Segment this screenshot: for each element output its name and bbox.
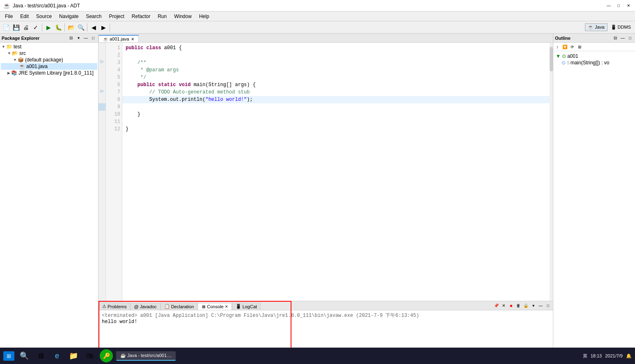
taskbar: ⊞ 🔍 🖥 e 📁 🛍 🔑 ☕ Java - test/src/a001....… xyxy=(0,348,635,364)
tree-item-default-package[interactable]: ▼ 📦 (default package) xyxy=(1,57,97,63)
print-button[interactable]: 🖨 xyxy=(21,23,30,32)
search-button[interactable]: 🔍 xyxy=(76,23,85,32)
adt-taskbar-app[interactable]: ☕ Java - test/src/a001.... xyxy=(116,351,176,361)
tab-problems[interactable]: ⚠Problems xyxy=(99,303,130,310)
menu-run[interactable]: Run xyxy=(154,13,170,20)
editor-tab-a001[interactable]: ☕ a001.java ✕ xyxy=(99,35,139,42)
outline-item-a001[interactable]: ▼ ⊙ a001 xyxy=(555,53,633,59)
sep3 xyxy=(87,23,87,32)
new-button[interactable]: 📄 xyxy=(2,23,11,32)
maximize-panel-button[interactable]: □ xyxy=(90,35,96,41)
package-explorer-tree: ▼ 📁 test ▼ 📂 src ▼ 📦 (default package) ☕… xyxy=(0,43,98,354)
view-options-button[interactable]: ▾ xyxy=(530,302,536,309)
minimize-button[interactable]: — xyxy=(605,2,612,9)
outline-collapse-button[interactable]: ⊟ xyxy=(612,35,619,41)
line-numbers: 1 2 3 4 5 6 7 8 9 10 11 12 xyxy=(106,43,122,301)
editor-tabs: ☕ a001.java ✕ xyxy=(99,34,553,43)
prev-button[interactable]: ◀ xyxy=(89,23,98,32)
outline-class-label: a001 xyxy=(567,53,578,59)
sep4 xyxy=(110,23,110,32)
window-title: Java - test/src/a001.java - ADT xyxy=(13,3,80,9)
package-explorer-title: Package Explorer xyxy=(2,36,39,41)
code-editor[interactable]: public class a001 { /** * @param args */… xyxy=(122,43,553,301)
editor-content: ▷ ▷ 1 2 3 4 5 6 7 xyxy=(99,43,553,301)
main-layout: Package Explorer ⊟ ▾ — □ ▼ 📁 test ▼ 📂 sr… xyxy=(0,34,635,354)
debug-button[interactable]: 🐛 xyxy=(54,23,63,32)
java-perspective[interactable]: ☕ Java xyxy=(585,23,607,31)
editor-scrollbar[interactable] xyxy=(550,43,553,301)
tree-item-jre[interactable]: ▶ 📚 JRE System Library [jre1.8.0_111] xyxy=(1,70,97,76)
outline-toolbar: ↕ 🔽 ⟳ ⊞ xyxy=(553,43,635,51)
bottom-panel-controls: 📌 ✕ ■ 🗑 🔒 ▾ — □ xyxy=(493,302,551,309)
outline-title: Outline xyxy=(555,36,571,41)
explorer-button[interactable]: 📁 xyxy=(67,349,80,362)
tab-javadoc[interactable]: @Javadoc xyxy=(130,303,160,310)
sep1 xyxy=(42,23,42,32)
keepass-button[interactable]: 🔑 xyxy=(100,349,113,362)
tree-item-test[interactable]: ▼ 📁 test xyxy=(1,43,97,50)
ddms-perspective[interactable]: 📱 DDMS xyxy=(608,24,633,31)
panel-controls: ⊟ ▾ — □ xyxy=(68,35,96,41)
taskbar-right: 英 18:13 2021/7/9 🔔 xyxy=(583,353,632,359)
menu-navigate[interactable]: Navigate xyxy=(56,13,82,20)
menu-edit[interactable]: Edit xyxy=(17,13,32,20)
search-taskbar-button[interactable]: 🔍 xyxy=(18,349,31,362)
check-button[interactable]: ✓ xyxy=(31,23,40,32)
run-button[interactable]: ▶ xyxy=(44,23,53,32)
minimize-bottom-button[interactable]: — xyxy=(537,302,544,309)
next-button[interactable]: ▶ xyxy=(99,23,108,32)
notification-icon[interactable]: 🔔 xyxy=(626,353,632,359)
tab-logcat[interactable]: 📱LogCat xyxy=(232,303,261,310)
outline-expand-button[interactable]: ⊞ xyxy=(576,43,583,50)
close-button[interactable]: ✕ xyxy=(625,2,632,9)
menu-help[interactable]: Help xyxy=(196,13,213,20)
menu-file[interactable]: File xyxy=(2,13,16,20)
bottom-tabs: ⚠Problems @Javadoc 📋Declaration 🖥Console… xyxy=(99,301,553,310)
view-menu-button[interactable]: ▾ xyxy=(75,35,82,41)
stop-button[interactable]: ■ xyxy=(508,302,514,309)
save-button[interactable]: 💾 xyxy=(11,23,21,32)
package-explorer-header: Package Explorer ⊟ ▾ — □ xyxy=(0,34,98,43)
open-type-button[interactable]: 📂 xyxy=(66,23,76,32)
tab-console[interactable]: 🖥Console ✕ xyxy=(197,303,232,310)
taskbar-time: 18:13 xyxy=(591,353,602,358)
outline-sync-button[interactable]: ⟳ xyxy=(569,43,575,50)
maximize-bottom-button[interactable]: □ xyxy=(545,302,551,309)
console-output-line: hello world! xyxy=(102,319,550,325)
tab-declaration[interactable]: 📋Declaration xyxy=(160,303,198,310)
tree-item-src[interactable]: ▼ 📂 src xyxy=(1,50,97,57)
menu-source[interactable]: Source xyxy=(33,13,55,20)
taskbar-left: ⊞ 🔍 🖥 e 📁 🛍 🔑 ☕ Java - test/src/a001.... xyxy=(3,349,176,362)
edge-button[interactable]: e xyxy=(50,349,64,362)
collapse-button[interactable]: ⊟ xyxy=(68,35,74,41)
scroll-lock-button[interactable]: 🔒 xyxy=(523,302,529,309)
tree-item-a001-java[interactable]: ☕ a001.java xyxy=(1,63,97,70)
menu-window[interactable]: Window xyxy=(171,13,195,20)
outline-panel: Outline ⊟ — □ ↕ 🔽 ⟳ ⊞ ▼ ⊙ a001 ⊙ S main(… xyxy=(553,34,635,354)
title-bar: ☕ Java - test/src/a001.java - ADT — □ ✕ xyxy=(0,0,635,11)
menu-refactor[interactable]: Refactor xyxy=(128,13,154,20)
outline-header: Outline ⊟ — □ xyxy=(553,34,635,43)
clear-button[interactable]: 🗑 xyxy=(515,302,522,309)
maximize-button[interactable]: □ xyxy=(615,2,622,9)
outline-minimize-button[interactable]: — xyxy=(619,35,626,41)
menu-bar: File Edit Source Navigate Search Project… xyxy=(0,11,635,21)
minimize-panel-button[interactable]: — xyxy=(83,35,89,41)
toolbar: 📄 💾 🖨 ✓ ▶ 🐛 📂 🔍 ◀ ▶ ☕ Java 📱 DDMS xyxy=(0,21,635,34)
task-view-button[interactable]: 🖥 xyxy=(34,349,47,362)
pin-button[interactable]: 📌 xyxy=(493,302,500,309)
start-button[interactable]: ⊞ xyxy=(3,351,14,361)
gutter: ▷ ▷ xyxy=(99,43,106,301)
outline-method-label: main(String[]) : vo xyxy=(571,60,610,66)
outline-sort-button[interactable]: ↕ xyxy=(554,43,561,50)
menu-project[interactable]: Project xyxy=(105,13,127,20)
menu-search[interactable]: Search xyxy=(83,13,105,20)
close-console-button[interactable]: ✕ xyxy=(500,302,507,309)
bottom-panel: ⚠Problems @Javadoc 📋Declaration 🖥Console… xyxy=(99,301,553,354)
sep2 xyxy=(64,23,65,32)
taskbar-lang: 英 xyxy=(583,353,587,359)
outline-item-main[interactable]: ⊙ S main(String[]) : vo xyxy=(555,59,633,66)
store-button[interactable]: 🛍 xyxy=(83,349,96,362)
outline-maximize-button[interactable]: □ xyxy=(627,35,633,41)
outline-filter-button[interactable]: 🔽 xyxy=(562,43,568,50)
